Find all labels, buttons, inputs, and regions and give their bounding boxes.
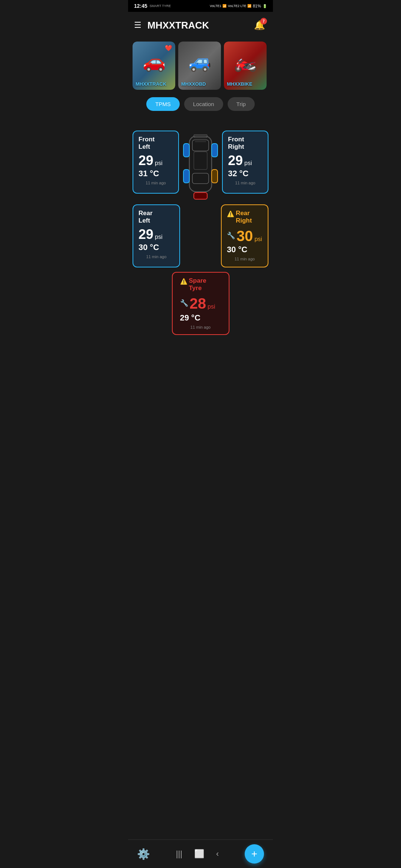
car-svg xyxy=(182,121,219,203)
tire-rear-right-time: 11 min ago xyxy=(227,257,263,261)
tpms-front-row: FrontLeft 29 psi 31 °C 11 min ago xyxy=(133,121,268,203)
tabs-container: TPMS Location Trip xyxy=(128,93,273,115)
app-title: MHXXTRACK xyxy=(147,20,209,31)
tire-front-left: FrontLeft 29 psi 31 °C 11 min ago xyxy=(133,131,179,194)
signal-lte2: VoLTE2 LTE 📶 xyxy=(228,4,251,8)
add-button[interactable]: + xyxy=(245,844,264,864)
battery-icon: 🔋 xyxy=(263,4,267,8)
tire-front-right-unit: psi xyxy=(244,160,252,167)
vehicle-cards-list: 🚗 ❤️ MHXXTRACK 🚙 MHXXOBD 🏍️ MHXXBIKE xyxy=(128,39,273,93)
nav-back-icon[interactable]: ‹ xyxy=(216,849,219,859)
tire-front-right-psi: 29 xyxy=(228,154,243,167)
tire-rear-left-temp: 30 °C xyxy=(138,243,174,252)
bottom-bar: ⚙️ ||| ⬜ ‹ + xyxy=(128,839,273,868)
svg-rect-2 xyxy=(192,173,209,184)
add-icon: + xyxy=(251,848,257,860)
engine-icon[interactable]: ⚙️ xyxy=(137,848,150,860)
signal-lte1: VoLTE1 📶 xyxy=(210,4,226,8)
svg-rect-6 xyxy=(212,144,218,157)
tire-spare-time: 11 min ago xyxy=(180,325,221,329)
tire-front-left-temp: 31 °C xyxy=(138,169,173,178)
tire-rear-left-name: RearLeft xyxy=(138,210,153,225)
tire-front-right-time: 11 min ago xyxy=(228,181,263,185)
car-diagram xyxy=(182,121,219,203)
menu-button[interactable]: ☰ xyxy=(134,20,141,30)
nav-menu-icon[interactable]: ||| xyxy=(176,849,182,859)
svg-rect-4 xyxy=(194,152,207,170)
tire-spare-name: SpareTyre xyxy=(189,277,206,292)
tire-spare: ⚠️ SpareTyre 🔧 28 psi 29 °C 11 min ago xyxy=(172,272,229,335)
tire-rear-left-psi: 29 xyxy=(138,228,153,241)
tire-front-right: FrontRight 29 psi 32 °C 11 min ago xyxy=(222,131,268,194)
tire-front-left-time: 11 min ago xyxy=(138,181,173,185)
vehicle-name-1: MHXXTRACK xyxy=(136,81,166,87)
warning-triangle-icon-spare: ⚠️ xyxy=(180,278,188,285)
tire-front-left-unit: psi xyxy=(155,160,162,167)
warning-triangle-icon: ⚠️ xyxy=(227,210,234,217)
tpms-section: FrontLeft 29 psi 31 °C 11 min ago xyxy=(128,115,273,341)
smart-tyre-label: SMART TYRE xyxy=(150,4,171,8)
tire-rear-left-time: 11 min ago xyxy=(138,254,174,259)
tire-rear-right-name: RearRight xyxy=(236,210,252,225)
tire-sensor-icon-rear-right: 🔧 xyxy=(227,231,235,240)
notification-badge: 7 xyxy=(260,18,267,24)
notification-button[interactable]: 🔔 7 xyxy=(252,18,267,33)
vehicle-card-mhxxbike[interactable]: 🏍️ MHXXBIKE xyxy=(224,42,267,90)
vehicle-card-mhxxobd[interactable]: 🚙 MHXXOBD xyxy=(178,42,221,90)
header: ☰ MHXXTRACK 🔔 7 xyxy=(128,12,273,39)
tire-sensor-icon-spare: 🔧 xyxy=(180,299,188,307)
vehicle-name-2: MHXXOBD xyxy=(181,81,206,87)
tire-rear-right-psi: 30 xyxy=(237,228,253,243)
svg-rect-5 xyxy=(183,144,189,157)
status-bar: 12:45 SMART TYRE VoLTE1 📶 VoLTE2 LTE 📶 8… xyxy=(128,0,273,12)
battery-level: 81% xyxy=(253,4,261,8)
tire-front-left-name: FrontLeft xyxy=(138,136,154,151)
tire-spare-unit: psi xyxy=(208,303,215,310)
tab-trip[interactable]: Trip xyxy=(228,97,255,111)
tire-front-left-psi: 29 xyxy=(138,154,153,167)
tpms-rear-row: RearLeft 29 psi 30 °C 11 min ago ⚠️ Rear… xyxy=(133,204,268,267)
svg-rect-8 xyxy=(212,170,218,183)
nav-home-icon[interactable]: ⬜ xyxy=(194,849,204,859)
tpms-spare-row: ⚠️ SpareTyre 🔧 28 psi 29 °C 11 min ago xyxy=(172,272,229,335)
tire-front-right-temp: 32 °C xyxy=(228,169,263,178)
status-icons: VoLTE1 📶 VoLTE2 LTE 📶 81% 🔋 xyxy=(210,4,267,8)
tire-rear-left: RearLeft 29 psi 30 °C 11 min ago xyxy=(133,204,180,267)
tire-rear-left-unit: psi xyxy=(155,234,162,240)
vehicle-name-3: MHXXBIKE xyxy=(227,81,252,87)
vehicle-card-mhxxtrack[interactable]: 🚗 ❤️ MHXXTRACK xyxy=(133,42,175,90)
tire-rear-right: ⚠️ RearRight 🔧 30 psi 30 °C 11 min ago xyxy=(221,204,268,267)
tab-tpms[interactable]: TPMS xyxy=(146,97,180,111)
nav-icons: ||| ⬜ ‹ xyxy=(176,849,219,859)
tire-spare-psi: 28 xyxy=(190,296,206,311)
tab-location[interactable]: Location xyxy=(184,97,223,111)
tire-spare-temp: 29 °C xyxy=(180,313,200,323)
svg-rect-7 xyxy=(183,170,189,183)
tire-rear-right-temp: 30 °C xyxy=(227,245,263,254)
svg-rect-9 xyxy=(194,193,207,199)
tire-front-right-name: FrontRight xyxy=(228,136,244,151)
tire-rear-right-unit: psi xyxy=(254,236,262,243)
status-time: 12:45 xyxy=(134,3,147,9)
